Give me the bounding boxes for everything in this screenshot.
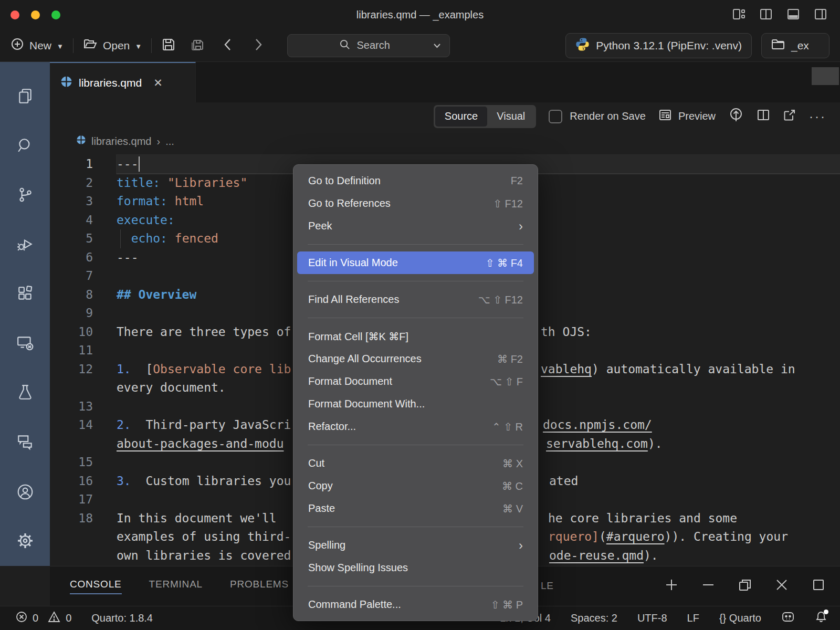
copilot-icon[interactable] xyxy=(781,611,795,626)
menu-item-go-to-definition[interactable]: Go to DefinitionF2 xyxy=(293,170,538,192)
connections-icon[interactable] xyxy=(0,318,50,368)
settings-gear-icon[interactable] xyxy=(0,516,50,566)
close-window-button[interactable] xyxy=(10,10,19,19)
menu-item-show-spelling-issues[interactable]: Show Spelling Issues xyxy=(293,556,538,579)
menu-item-shortcut: ⇧ ⌘ P xyxy=(491,598,523,611)
line-number: 2 xyxy=(50,174,117,193)
line-number: 15 xyxy=(50,453,117,472)
new-circle-plus-icon xyxy=(10,37,24,54)
activity-bar xyxy=(0,62,50,566)
panel-tab-console[interactable]: CONSOLE xyxy=(70,579,122,594)
open-button[interactable]: Open ▼ xyxy=(83,37,142,54)
status-item-utf-8[interactable]: UTF-8 xyxy=(637,612,667,624)
plus-icon[interactable] xyxy=(665,578,678,594)
line-number: 12 xyxy=(50,360,117,379)
breadcrumb-file[interactable]: libraries.qmd xyxy=(91,135,151,148)
open-external-icon[interactable] xyxy=(783,108,796,124)
interpreter-selector[interactable]: Python 3.12.1 (PipEnv: .venv) xyxy=(565,33,752,58)
split-editor-icon[interactable] xyxy=(759,7,773,21)
secondary-sidebar-icon[interactable] xyxy=(814,7,827,21)
status-item-lf[interactable]: LF xyxy=(687,612,699,624)
source-visual-toggle: Source Visual xyxy=(434,105,537,128)
menu-item-format-cell-k-f[interactable]: Format Cell [⌘K ⌘F] xyxy=(293,325,538,348)
title-bar: libraries.qmd — _examples xyxy=(0,0,840,29)
minimize-window-button[interactable] xyxy=(31,10,40,19)
notifications-bell-icon[interactable] xyxy=(815,611,827,626)
render-on-save-checkbox[interactable] xyxy=(549,110,562,123)
menu-item-edit-in-visual-mode[interactable]: Edit in Visual Mode⇧ ⌘ F4 xyxy=(297,251,534,274)
menu-item-go-to-references[interactable]: Go to References⇧ F12 xyxy=(293,192,538,215)
submenu-arrow-icon: › xyxy=(519,540,523,551)
panel-tab-terminal[interactable]: TERMINAL xyxy=(149,579,203,594)
breadcrumb-more[interactable]: ... xyxy=(165,135,174,148)
menu-item-peek[interactable]: Peek› xyxy=(293,215,538,237)
line-number xyxy=(50,435,117,454)
maximize-icon[interactable] xyxy=(812,578,825,594)
source-control-icon[interactable] xyxy=(0,170,50,219)
account-icon[interactable] xyxy=(0,468,50,516)
forward-icon[interactable] xyxy=(254,37,263,54)
menu-item-shortcut: F2 xyxy=(511,175,523,187)
panel-tab-fragment[interactable]: LE xyxy=(541,580,554,592)
extensions-icon[interactable] xyxy=(0,269,50,318)
run-debug-icon[interactable] xyxy=(0,219,50,269)
tab-libraries-qmd[interactable]: libraries.qmd ✕ xyxy=(50,62,196,102)
search-icon[interactable] xyxy=(0,121,50,170)
errors-icon[interactable] xyxy=(16,611,27,625)
menu-item-shortcut: ⌘ C xyxy=(502,480,523,492)
menu-item-refactor[interactable]: Refactor...⌃ ⇧ R xyxy=(293,415,538,438)
status-item-quarto[interactable]: {} Quarto xyxy=(719,612,761,624)
errors-count[interactable]: 0 xyxy=(33,612,38,624)
preview-button[interactable]: Preview xyxy=(658,108,716,124)
warnings-count[interactable]: 0 xyxy=(66,612,71,624)
panel-icon[interactable] xyxy=(786,7,800,21)
status-item-spaces-2[interactable]: Spaces: 2 xyxy=(571,612,617,624)
panel-tab-problems[interactable]: PROBLEMS xyxy=(230,579,289,594)
scrollbar-thumb[interactable] xyxy=(812,67,839,85)
search-box[interactable]: Search xyxy=(287,34,450,57)
menu-item-paste[interactable]: Paste⌘ V xyxy=(293,497,538,520)
new-label: New xyxy=(29,39,51,52)
text-cursor xyxy=(139,156,140,172)
menu-item-shortcut: ⌘ V xyxy=(502,502,523,515)
menu-item-change-all-occurrences[interactable]: Change All Occurrences⌘ F2 xyxy=(293,348,538,370)
save-all-icon[interactable] xyxy=(190,37,205,54)
close-icon[interactable] xyxy=(775,578,789,594)
testing-icon[interactable] xyxy=(0,368,50,417)
menu-item-find-all-references[interactable]: Find All References⌥ ⇧ F12 xyxy=(293,288,538,311)
zoom-window-button[interactable] xyxy=(51,10,60,19)
menu-item-copy[interactable]: Copy⌘ C xyxy=(293,475,538,497)
menu-item-label: Spelling xyxy=(308,539,345,551)
warnings-icon[interactable] xyxy=(48,611,60,625)
quarto-version[interactable]: Quarto: 1.8.4 xyxy=(91,612,153,624)
split-editor-icon[interactable] xyxy=(757,108,770,124)
close-icon[interactable]: ✕ xyxy=(153,77,163,89)
preview-label: Preview xyxy=(678,110,716,122)
chat-icon[interactable] xyxy=(0,417,50,466)
layout-customize-icon[interactable] xyxy=(732,7,746,21)
new-button[interactable]: New ▼ xyxy=(10,37,64,54)
menu-item-command-palette[interactable]: Command Palette...⇧ ⌘ P xyxy=(293,593,538,616)
source-mode-button[interactable]: Source xyxy=(435,107,487,127)
menu-item-label: Go to References xyxy=(308,197,391,209)
menu-item-label: Paste xyxy=(308,502,335,514)
breadcrumb[interactable]: libraries.qmd › ... xyxy=(50,130,840,152)
menu-item-format-document-with[interactable]: Format Document With... xyxy=(293,393,538,415)
render-icon[interactable] xyxy=(728,107,744,125)
quarto-file-icon xyxy=(60,76,72,90)
line-number: 11 xyxy=(50,341,117,360)
menu-item-label: Format Cell [⌘K ⌘F] xyxy=(308,330,408,343)
menu-item-format-document[interactable]: Format Document⌥ ⇧ F xyxy=(293,370,538,393)
visual-mode-button[interactable]: Visual xyxy=(487,107,534,127)
explorer-icon[interactable] xyxy=(0,71,50,121)
line-number xyxy=(50,528,117,547)
restore-icon[interactable] xyxy=(738,578,752,594)
minus-icon[interactable] xyxy=(701,578,715,594)
menu-item-spelling[interactable]: Spelling› xyxy=(293,534,538,556)
menu-item-cut[interactable]: Cut⌘ X xyxy=(293,452,538,475)
more-actions-dots[interactable]: ··· xyxy=(809,109,826,124)
project-button[interactable]: _ex xyxy=(761,33,830,58)
back-icon[interactable] xyxy=(223,37,233,54)
save-icon[interactable] xyxy=(161,37,176,54)
menu-item-label: Change All Occurrences xyxy=(308,353,422,365)
